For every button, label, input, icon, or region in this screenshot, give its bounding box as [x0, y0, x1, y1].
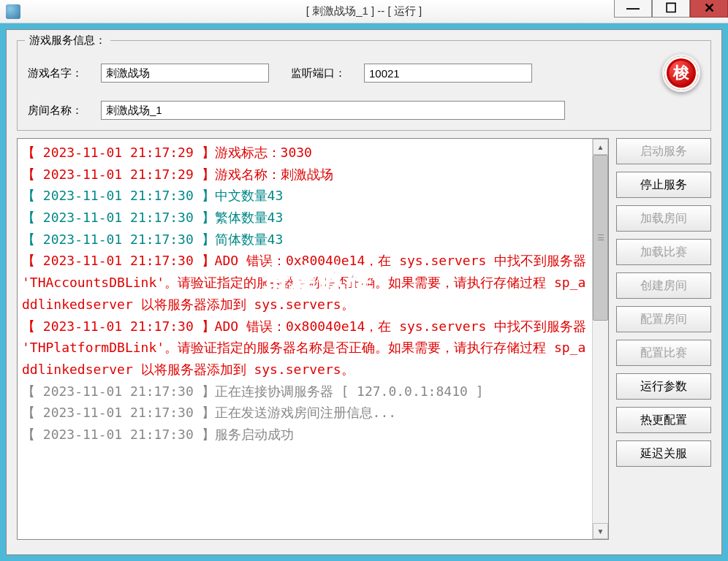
window-body: 游戏服务信息： 游戏名字： 监听端口： 梭 房间名称： 【 2023-11-01… — [0, 23, 728, 561]
delay-close-button[interactable]: 延迟关服 — [616, 440, 711, 467]
scroll-track[interactable] — [593, 155, 608, 523]
config-match-button[interactable]: 配置比赛 — [616, 340, 711, 366]
log-line: 【 2023-11-01 21:17:29 】游戏标志：3030 — [22, 142, 588, 164]
port-input[interactable] — [364, 64, 532, 83]
scroll-up-button[interactable]: ▲ — [593, 139, 608, 155]
titlebar: [ 刺激战场_1 ] -- [ 运行 ] — ☐ ✕ — [0, 0, 728, 23]
log-line: 【 2023-11-01 21:17:30 】ADO 错误：0x80040e14… — [22, 316, 588, 381]
minimize-button[interactable]: — — [614, 0, 652, 18]
log-line: 【 2023-11-01 21:17:30 】服务启动成功 — [22, 424, 588, 446]
log-container: 【 2023-11-01 21:17:29 】游戏标志：3030【 2023-1… — [17, 138, 609, 540]
close-button[interactable]: ✕ — [690, 0, 728, 18]
window-title: [ 刺激战场_1 ] -- [ 运行 ] — [306, 4, 422, 18]
log-line: 【 2023-11-01 21:17:30 】正在连接协调服务器 [ 127.0… — [22, 381, 588, 402]
fieldset-legend: 游戏服务信息： — [25, 34, 110, 47]
scroll-grip-icon — [598, 234, 604, 240]
room-name-input[interactable] — [101, 101, 565, 120]
form-row-1: 游戏名字： 监听端口： 梭 — [28, 54, 700, 92]
load-match-button[interactable]: 加载比赛 — [616, 239, 711, 265]
inner-panel: 游戏服务信息： 游戏名字： 监听端口： 梭 房间名称： 【 2023-11-01… — [6, 29, 722, 555]
create-room-button[interactable]: 创建房间 — [616, 272, 711, 299]
config-room-button[interactable]: 配置房间 — [616, 306, 711, 332]
log-line: 【 2023-11-01 21:17:30 】正在发送游戏房间注册信息... — [22, 402, 588, 424]
log-line: 【 2023-11-01 21:17:30 】ADO 错误：0x80040e14… — [22, 250, 588, 315]
game-name-label: 游戏名字： — [28, 66, 101, 80]
start-service-button[interactable]: 启动服务 — [616, 138, 711, 164]
log-content: 【 2023-11-01 21:17:29 】游戏标志：3030【 2023-1… — [18, 139, 592, 539]
scrollbar[interactable]: ▲ ▼ — [592, 139, 608, 539]
load-room-button[interactable]: 加载房间 — [616, 205, 711, 232]
room-name-label: 房间名称： — [28, 104, 101, 118]
stop-service-button[interactable]: 停止服务 — [616, 172, 711, 198]
window-controls: — ☐ ✕ — [614, 0, 728, 23]
scroll-thumb[interactable] — [593, 155, 608, 321]
scroll-down-button[interactable]: ▼ — [593, 523, 608, 539]
chip-icon: 梭 — [662, 54, 700, 92]
log-line: 【 2023-11-01 21:17:29 】游戏名称：刺激战场 — [22, 164, 588, 186]
form-row-2: 房间名称： — [28, 101, 700, 120]
port-label: 监听端口： — [291, 66, 364, 80]
log-line: 【 2023-11-01 21:17:30 】简体数量43 — [22, 229, 588, 251]
game-name-input[interactable] — [101, 64, 269, 83]
log-line: 【 2023-11-01 21:17:30 】中文数量43 — [22, 185, 588, 207]
maximize-button[interactable]: ☐ — [652, 0, 690, 18]
log-line: 【 2023-11-01 21:17:30 】繁体数量43 — [22, 207, 588, 229]
run-params-button[interactable]: 运行参数 — [616, 373, 711, 400]
hot-config-button[interactable]: 热更配置 — [616, 407, 711, 433]
main-area: 【 2023-11-01 21:17:29 】游戏标志：3030【 2023-1… — [17, 138, 711, 540]
service-info-fieldset: 游戏服务信息： 游戏名字： 监听端口： 梭 房间名称： — [17, 40, 711, 131]
button-column: 启动服务 停止服务 加载房间 加载比赛 创建房间 配置房间 配置比赛 运行参数 … — [616, 138, 711, 540]
app-icon — [6, 4, 20, 19]
